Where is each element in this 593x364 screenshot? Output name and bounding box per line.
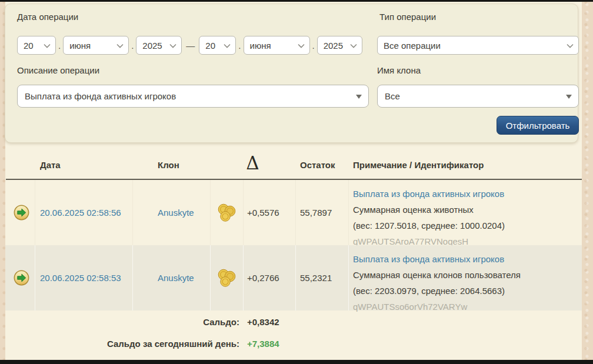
- operation-type-value: Все операции: [384, 41, 441, 51]
- row-date-cell: 20.06.2025 02:58:53: [35, 245, 132, 310]
- filter-panel: Дата операции 20 . июня . 2025 — 20 .: [5, 4, 578, 143]
- clone-name-value: Все: [385, 91, 400, 101]
- coins-icon: [216, 203, 236, 222]
- header-note: Примечание / Идентификатор: [353, 160, 484, 170]
- green-arrow-icon[interactable]: [14, 205, 29, 221]
- type-filter-label: Тип операции: [379, 12, 436, 22]
- chevron-down-icon: [298, 44, 305, 48]
- clone-name-link[interactable]: Anuskyte: [158, 273, 194, 283]
- green-arrow-icon[interactable]: [14, 270, 29, 286]
- saldo-today-value: +7,3884: [247, 339, 279, 349]
- row-note-cell: Выплата из фонда активных игроков Суммар…: [348, 245, 581, 310]
- chevron-down-icon: [567, 44, 574, 48]
- row-delta-cell: +0,2766: [243, 245, 295, 310]
- chevron-down-icon: [116, 44, 124, 48]
- table-row: 20.06.2025 02:58:53 Anuskyte +0,2766 55,…: [5, 245, 582, 310]
- chevron-down-icon: [44, 44, 51, 48]
- date-to-month-select[interactable]: июня: [244, 36, 310, 55]
- note-description-link[interactable]: Выплата из фонда активных игроков: [353, 189, 504, 199]
- triangle-down-icon: [566, 95, 572, 99]
- row-clone-cell: Anuskyte: [132, 245, 210, 310]
- row-balance-cell: 55,2321: [295, 245, 348, 310]
- date-to-year-value: 2025: [324, 41, 343, 51]
- saldo-label: Сальдо:: [63, 317, 239, 327]
- date-to-year-select[interactable]: 2025: [317, 36, 362, 55]
- row-expand-cell: [8, 245, 35, 310]
- date-to-month-value: июня: [250, 41, 271, 51]
- clone-name-link[interactable]: Anuskyte: [158, 208, 194, 218]
- header-balance: Остаток: [300, 160, 335, 170]
- filter-submit-button[interactable]: Отфильтровать: [497, 116, 579, 135]
- date-to-day-value: 20: [205, 41, 215, 51]
- row-date-cell: 20.06.2025 02:58:56: [35, 180, 132, 245]
- date-separator-dot: .: [129, 41, 136, 51]
- coins-icon: [216, 269, 236, 288]
- transaction-date-link[interactable]: 20.06.2025 02:58:53: [40, 273, 121, 283]
- note-detail: Суммарная оценка животных: [353, 202, 581, 218]
- row-currency-cell: [210, 180, 243, 245]
- table-row: 20.06.2025 02:58:56 Anuskyte +0,5576 55,…: [5, 180, 582, 245]
- row-currency-cell: [210, 245, 243, 310]
- date-range-dash: —: [182, 41, 199, 51]
- note-weights: (вес: 2203.0979, среднее: 2064.5663): [353, 283, 581, 299]
- chevron-down-icon: [350, 44, 357, 48]
- clone-name-select[interactable]: Все: [377, 85, 579, 108]
- note-weights: (вес: 1207.5018, среднее: 1000.0204): [353, 218, 581, 233]
- clone-name-filter-label: Имя клона: [377, 65, 421, 76]
- date-separator-dot: .: [236, 41, 243, 51]
- saldo-value: +0,8342: [247, 317, 279, 327]
- header-clone: Клон: [158, 160, 179, 170]
- operation-type-select[interactable]: Все операции: [377, 36, 579, 55]
- date-to-day-select[interactable]: 20: [199, 36, 236, 55]
- date-from-month-value: июня: [69, 41, 91, 51]
- transaction-date-link[interactable]: 20.06.2025 02:58:56: [40, 208, 121, 218]
- triangle-down-icon: [356, 95, 362, 99]
- row-balance-cell: 55,7897: [295, 180, 348, 245]
- saldo-today-label: Сальдо за сегодняшний день:: [63, 339, 239, 349]
- transactions-page: Дата операции 20 . июня . 2025 — 20 .: [0, 0, 593, 364]
- date-separator-dot: .: [310, 41, 317, 51]
- date-from-year-value: 2025: [142, 41, 162, 51]
- note-description-link[interactable]: Выплата из фонда активных игроков: [353, 254, 504, 264]
- description-filter-label: Описание операции: [17, 65, 99, 76]
- row-delta-cell: +0,5576: [243, 180, 295, 245]
- window-bottom-edge: [0, 360, 593, 364]
- operation-description-select[interactable]: Выплата из фонда активных игроков: [17, 85, 369, 108]
- chevron-down-icon: [169, 44, 176, 48]
- header-date: Дата: [40, 160, 61, 170]
- date-separator-dot: .: [56, 41, 63, 51]
- chevron-down-icon: [224, 44, 231, 48]
- row-expand-cell: [8, 180, 35, 245]
- row-note-cell: Выплата из фонда активных игроков Суммар…: [348, 180, 581, 245]
- date-filter-label: Дата операции: [17, 12, 78, 22]
- note-identifier: qWPAUTSso6orVh72VARYw: [353, 299, 581, 315]
- row-clone-cell: Anuskyte: [132, 180, 210, 245]
- note-detail: Суммарная оценка клонов пользователя: [353, 267, 581, 283]
- date-from-day-select[interactable]: 20: [17, 36, 56, 55]
- date-from-day-value: 20: [24, 41, 34, 51]
- header-delta: Δ: [210, 153, 295, 173]
- date-from-year-select[interactable]: 2025: [136, 36, 182, 55]
- date-from-month-select[interactable]: июня: [63, 36, 129, 55]
- date-range-row: 20 . июня . 2025 — 20 . июня .: [17, 36, 362, 55]
- operation-description-value: Выплата из фонда активных игроков: [25, 91, 176, 101]
